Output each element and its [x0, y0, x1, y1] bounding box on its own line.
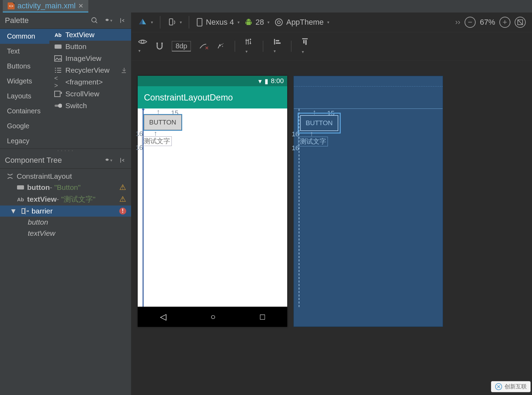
svg-rect-20: [22, 209, 25, 213]
tree-node-button[interactable]: button- "Button" ⚠: [0, 182, 131, 193]
align-dropdown[interactable]: ▾: [273, 38, 281, 55]
palette-item-fragment[interactable]: < > <fragment>: [49, 76, 131, 88]
palette-cat-google[interactable]: Google: [0, 119, 49, 134]
svg-rect-13: [55, 91, 60, 97]
palette-cat-containers[interactable]: Containers: [0, 104, 49, 119]
constraintlayout-icon: [6, 172, 14, 180]
design-preview[interactable]: ▾ ▮ 8:00 ConstraintLayoutDemo ↑ 15 BUTTO…: [138, 76, 287, 327]
tree-node-textview[interactable]: Ab textView- "测试文字" ⚠: [0, 193, 131, 205]
blueprint-preview[interactable]: ↑ 15 BUTTON 16 ↑ 测试文字 16: [293, 76, 443, 327]
component-tree: ConstraintLayout button- "Button" ⚠ Ab t…: [0, 169, 131, 395]
palette-item-imageview[interactable]: ImageView: [49, 53, 131, 64]
palette-item-button[interactable]: Button: [49, 41, 131, 53]
svg-rect-26: [247, 22, 251, 25]
svg-rect-40: [274, 39, 275, 45]
svg-line-1: [96, 22, 97, 23]
magnet-icon[interactable]: [155, 42, 164, 51]
svg-line-32: [518, 20, 523, 25]
svg-rect-19: [17, 185, 24, 190]
svg-point-0: [92, 18, 96, 22]
tree-node-barrier[interactable]: ▼ barrier !: [0, 205, 131, 217]
blueprint-button-widget[interactable]: BUTTON: [300, 115, 338, 131]
more-icon[interactable]: ››: [455, 18, 460, 27]
view-options-dropdown[interactable]: ▾: [138, 38, 147, 54]
api-dropdown[interactable]: 28 ▾: [244, 18, 269, 27]
palette-item-scrollview[interactable]: ScrollView: [49, 88, 131, 100]
battery-icon: ▮: [265, 77, 268, 85]
warning-icon[interactable]: ⚠: [119, 183, 126, 192]
app-bar: ConstraintLayoutDemo: [138, 86, 287, 108]
palette-cat-layouts[interactable]: Layouts: [0, 89, 49, 104]
preview-textview-widget[interactable]: 测试文字: [142, 136, 172, 146]
button-icon: [17, 184, 24, 191]
panel-resize-grip[interactable]: • • • • •: [0, 149, 131, 152]
palette-header: Palette ▾: [0, 13, 131, 29]
device-dropdown[interactable]: Nexus 4 ▾: [196, 17, 240, 27]
scrollview-icon: [54, 90, 62, 98]
barrier-icon: [21, 207, 29, 215]
svg-rect-23: [197, 18, 202, 26]
wifi-icon: ▾: [258, 77, 262, 85]
tree-node-constraintlayout[interactable]: ConstraintLayout: [0, 171, 131, 182]
svg-rect-22: [169, 19, 173, 25]
palette-item-recyclerview[interactable]: RecyclerView: [49, 64, 131, 76]
textview-icon: Ab: [17, 195, 24, 203]
xml-file-icon: <>: [8, 2, 15, 9]
imageview-icon: [54, 55, 62, 62]
design-toolbar-main: ▾ ▾ Nexus 4 ▾ 28 ▾ AppTheme ▾: [131, 13, 532, 32]
zoom-in-button[interactable]: +: [499, 17, 510, 28]
pack-dropdown[interactable]: ▾: [301, 37, 309, 55]
nav-back-icon: ◁: [160, 312, 166, 322]
tree-node-barrier-child-textview[interactable]: textView: [0, 228, 131, 239]
palette-cat-buttons[interactable]: Buttons: [0, 59, 49, 74]
button-icon: [54, 43, 62, 50]
svg-point-33: [141, 40, 144, 43]
recyclerview-icon: [54, 66, 62, 74]
error-icon[interactable]: !: [119, 208, 126, 215]
textview-icon: Ab: [54, 31, 62, 39]
theme-dropdown[interactable]: AppTheme ▾: [274, 18, 329, 27]
bp-margin-left2: 16: [292, 144, 299, 152]
component-tree-header: Component Tree ▾: [0, 152, 131, 169]
gear-icon[interactable]: ▾: [105, 156, 112, 164]
fragment-icon: < >: [54, 78, 62, 86]
zoom-level: 67%: [480, 18, 495, 27]
blueprint-textview-widget[interactable]: 测试文字: [298, 137, 328, 146]
svg-text:✕: ✕: [205, 45, 208, 50]
tab-filename: activity_main.xml: [17, 1, 75, 10]
svg-point-29: [275, 19, 282, 26]
palette-item-textview[interactable]: Ab TextView: [49, 29, 131, 41]
zoom-out-button[interactable]: −: [465, 17, 476, 28]
design-surface-dropdown[interactable]: ▾: [138, 17, 153, 27]
preview-button-widget[interactable]: BUTTON: [144, 115, 182, 130]
svg-rect-44: [303, 40, 305, 43]
expand-icon[interactable]: ▼: [10, 207, 17, 215]
palette-cat-common[interactable]: Common: [0, 29, 49, 44]
default-margin-input[interactable]: 8dp: [172, 41, 191, 51]
download-icon[interactable]: [121, 67, 127, 73]
collapse-icon[interactable]: [119, 156, 126, 164]
gear-icon[interactable]: ▾: [105, 17, 112, 24]
guidelines-dropdown[interactable]: ▾: [245, 38, 253, 55]
palette-items: Ab TextView Button ImageView RecyclerVie…: [49, 29, 131, 148]
zoom-fit-button[interactable]: [515, 17, 526, 28]
clear-constraints-icon[interactable]: ✕: [199, 42, 208, 50]
warning-icon[interactable]: ⚠: [119, 195, 126, 204]
orientation-dropdown[interactable]: ▾: [167, 18, 182, 27]
svg-rect-4: [55, 45, 62, 49]
palette-cat-widgets[interactable]: Widgets: [0, 74, 49, 89]
nav-recent-icon: □: [260, 312, 265, 322]
svg-point-24: [247, 20, 248, 21]
infer-constraints-icon[interactable]: [216, 42, 225, 50]
close-icon[interactable]: ✕: [78, 2, 83, 10]
search-icon[interactable]: [91, 17, 98, 24]
file-tab[interactable]: <> activity_main.xml ✕: [3, 0, 88, 13]
tree-node-barrier-child-button[interactable]: button: [0, 217, 131, 228]
palette-cat-legacy[interactable]: Legacy: [0, 134, 49, 148]
component-tree-title: Component Tree: [5, 156, 62, 165]
collapse-icon[interactable]: [119, 17, 126, 24]
switch-icon: [54, 102, 62, 110]
palette-cat-text[interactable]: Text: [0, 44, 49, 59]
palette-item-switch[interactable]: Switch: [49, 100, 131, 112]
svg-rect-28: [251, 22, 252, 24]
